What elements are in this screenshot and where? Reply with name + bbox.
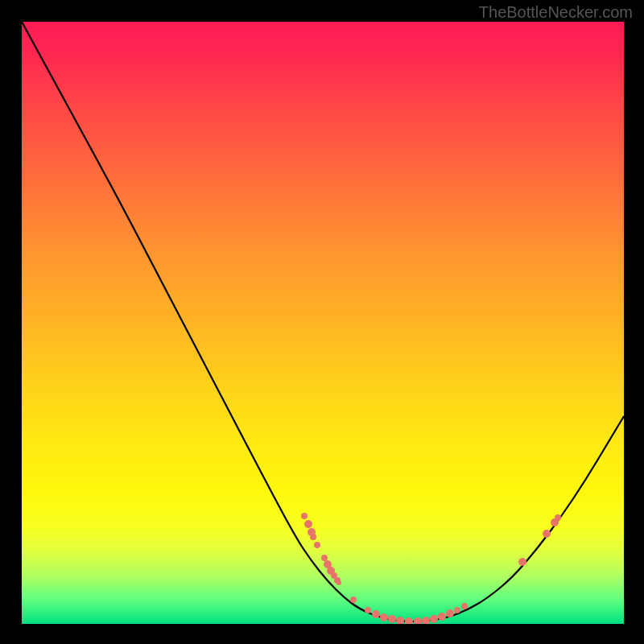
data-point (380, 613, 388, 621)
data-point (336, 580, 341, 585)
data-point (446, 609, 454, 617)
data-point (388, 615, 396, 623)
data-point (518, 558, 526, 566)
data-point (372, 610, 380, 618)
data-point (555, 514, 561, 521)
data-point (321, 555, 328, 561)
data-point (310, 534, 316, 540)
data-point (405, 617, 413, 624)
data-point (543, 530, 551, 538)
data-point (350, 597, 357, 603)
data-point (396, 617, 404, 624)
bottleneck-curve (22, 22, 624, 621)
data-point (365, 607, 371, 613)
data-point (430, 615, 438, 623)
data-point (314, 542, 320, 548)
data-point (454, 607, 460, 613)
chart-svg (22, 22, 624, 624)
data-point (438, 613, 446, 621)
watermark-text: TheBottleNecker.com (479, 3, 633, 22)
data-point (461, 603, 468, 609)
data-point (304, 520, 312, 528)
data-point (301, 513, 308, 519)
scatter-points (301, 513, 561, 624)
data-point (422, 617, 430, 624)
data-point (414, 617, 422, 624)
plot-area (22, 22, 624, 624)
